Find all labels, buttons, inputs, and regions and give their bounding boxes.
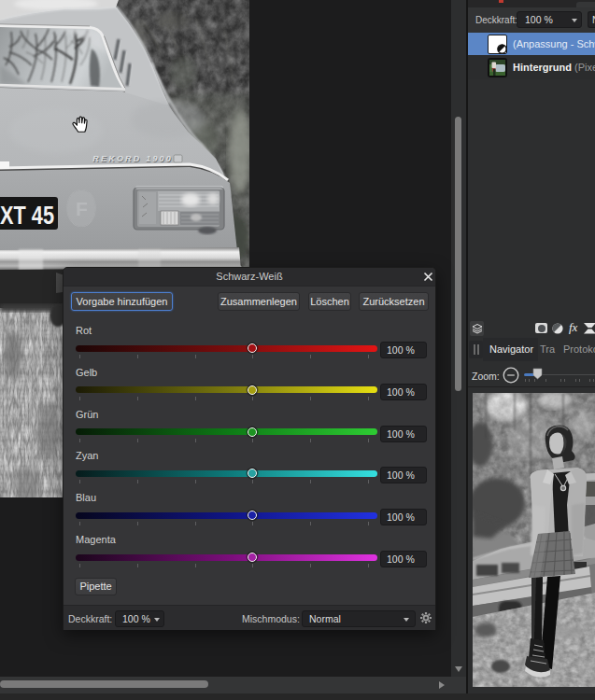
svg-text:XT 45: XT 45	[0, 202, 54, 230]
svg-text:F: F	[76, 198, 88, 219]
